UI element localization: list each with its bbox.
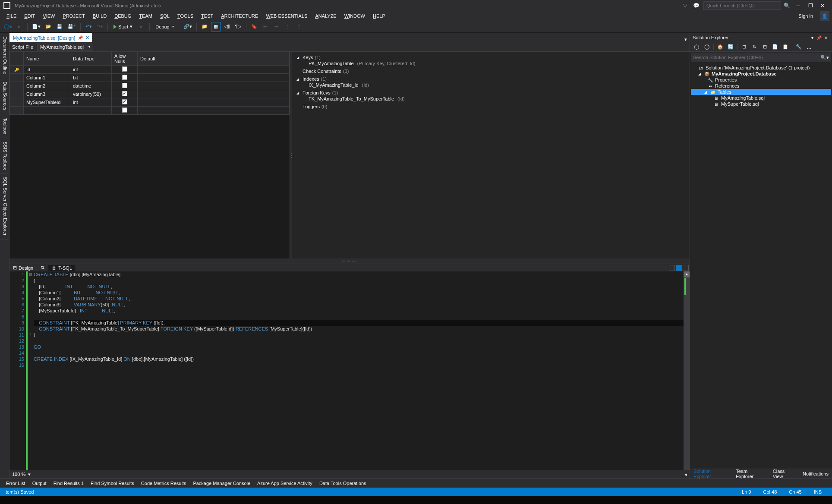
toggle-2-button[interactable]: ▦	[211, 22, 221, 32]
pk-item[interactable]: PK_MyAmazingTable(Primary Key, Clustered…	[296, 60, 685, 66]
left-tab-toolbox[interactable]: Toolbox	[0, 114, 9, 138]
zoom-level[interactable]: 100 %	[12, 472, 25, 477]
view-mode-1-button[interactable]	[669, 265, 675, 271]
table-file-1[interactable]: 🗎MyAmazingTable.sql	[691, 95, 831, 101]
solution-node[interactable]: 🗂Solution 'MyAmazingProject.Database' (1…	[691, 65, 831, 71]
scroll-top-button[interactable]: ▴	[684, 271, 690, 277]
bottom-tab-package-manager-console[interactable]: Package Manager Console	[189, 480, 254, 487]
left-tab-ssis-toolbox[interactable]: SSIS Toolbox	[0, 138, 9, 174]
menu-architecture[interactable]: ARCHITECTURE	[217, 13, 262, 19]
nav-back-button[interactable]: ◯◂	[3, 22, 13, 32]
col-type-header[interactable]: Data Type	[70, 52, 112, 66]
menu-project[interactable]: PROJECT	[59, 13, 88, 19]
cell-default[interactable]	[138, 74, 290, 82]
step-2-button[interactable]: ⇥	[272, 22, 281, 32]
code-line[interactable]	[34, 338, 690, 344]
code-line[interactable]	[34, 314, 690, 320]
se-scope-button[interactable]: ⊡	[740, 43, 748, 51]
se-showall-button[interactable]: 📄	[771, 43, 779, 51]
search-icon[interactable]: 🔍	[782, 1, 791, 10]
menu-team[interactable]: TEAM	[135, 13, 156, 19]
menu-window[interactable]: WINDOW	[340, 13, 369, 19]
table-row[interactable]: 🔑Idint	[10, 66, 290, 74]
cell-type[interactable]: int	[70, 98, 112, 107]
check-group[interactable]: Check Constraints (0)	[296, 68, 685, 74]
fkeys-group[interactable]: ◢Foreign Keys (1)	[296, 90, 685, 96]
code-line[interactable]: CREATE INDEX [IX_MyAmazingTable_Id] ON […	[34, 356, 690, 362]
restore-button[interactable]: ❐	[804, 1, 816, 10]
splitter-horizontal[interactable]	[9, 258, 690, 264]
notifications-icon[interactable]: 💬	[692, 1, 700, 10]
solution-search-input[interactable]: 🔍▾	[691, 53, 831, 62]
properties-node[interactable]: 🔧Properties	[691, 77, 831, 83]
se-collapse-button[interactable]: ⊟	[761, 43, 769, 51]
new-project-button[interactable]: 📄▾	[31, 22, 42, 32]
col-default-header[interactable]: Default	[138, 52, 290, 66]
minimize-button[interactable]: ─	[792, 1, 804, 10]
cell-type[interactable]: int	[70, 66, 112, 74]
cell-name[interactable]: Column2	[24, 82, 70, 90]
cell-type[interactable]: datetime	[70, 82, 112, 90]
view-mode-2-button[interactable]	[676, 265, 682, 271]
index-item[interactable]: IX_MyAmazingTable_Id(Id)	[296, 82, 685, 88]
menu-help[interactable]: HELP	[369, 13, 389, 19]
pin-icon[interactable]: 📌	[78, 35, 83, 40]
cell-name[interactable]: Id	[24, 66, 70, 74]
table-file-2[interactable]: 🗎MySuperTable.sql	[691, 101, 831, 107]
cell-default[interactable]	[138, 66, 290, 74]
scroll-left-button[interactable]: ◂	[684, 472, 687, 477]
menu-debug[interactable]: DEBUG	[110, 13, 135, 19]
keys-group[interactable]: ◢Keys (1)	[296, 54, 685, 60]
cell-nulls[interactable]	[112, 98, 138, 107]
indexes-group[interactable]: ◢Indexes (1)	[296, 76, 685, 82]
search-submit-icon[interactable]: 🔍▾	[820, 55, 829, 60]
panel-close-button[interactable]: ✕	[823, 35, 829, 40]
left-tab-document-outline[interactable]: Document Outline	[0, 33, 9, 78]
bottom-tab-output[interactable]: Output	[29, 480, 50, 487]
tab-design[interactable]: ⊞ Design	[9, 265, 37, 271]
code-line[interactable]: )	[34, 332, 690, 338]
code-line[interactable]: CONSTRAINT [PK_MyAmazingTable] PRIMARY K…	[34, 320, 690, 326]
tab-overflow-button[interactable]: ▾	[682, 37, 690, 42]
code-line[interactable]	[34, 350, 690, 356]
indent-left-button[interactable]: ◁¶	[222, 22, 232, 32]
cell-nulls[interactable]	[112, 90, 138, 98]
se-tab-solution-explorer[interactable]: Solution Explorer	[690, 468, 732, 480]
code-line[interactable]: CREATE TABLE [dbo].[MyAmazingTable]	[34, 271, 690, 277]
code-line[interactable]: [Id] INT NOT NULL,	[34, 284, 690, 290]
panel-position-button[interactable]: ▾	[809, 35, 816, 40]
panel-pin-button[interactable]: 📌	[816, 35, 823, 40]
code-line[interactable]: (	[34, 277, 690, 284]
sign-in-button[interactable]: Sign in	[794, 13, 817, 19]
se-tab-class-view[interactable]: Class View	[769, 468, 799, 480]
table-row[interactable]: Column1bit	[10, 74, 290, 82]
cell-default[interactable]	[138, 98, 290, 107]
tab-swap[interactable]: ⇅	[37, 265, 48, 271]
cell-default[interactable]	[138, 82, 290, 90]
menu-web essentials[interactable]: WEB ESSENTIALS	[262, 13, 311, 19]
step-1-button[interactable]: ⇤	[261, 22, 270, 32]
project-node[interactable]: ◢📦MyAmazingProject.Database	[691, 71, 831, 77]
se-sync-button[interactable]: 🔄	[727, 43, 734, 51]
bottom-tab-azure-app-service-activity[interactable]: Azure App Service Activity	[254, 480, 316, 487]
close-tab-button[interactable]: ✕	[85, 35, 89, 41]
cell-nulls[interactable]	[112, 82, 138, 90]
bottom-tab-find-symbol-results[interactable]: Find Symbol Results	[87, 480, 138, 487]
se-preview-button[interactable]: 🔧	[795, 43, 803, 51]
se-tab-team-explorer[interactable]: Team Explorer	[732, 468, 769, 480]
menu-test[interactable]: TEST	[197, 13, 217, 19]
cell-name[interactable]: Column1	[24, 74, 70, 82]
se-properties-button[interactable]: 📋	[782, 43, 789, 51]
quick-launch-input[interactable]	[703, 1, 781, 10]
browser-link-button[interactable]: 🔗▾	[182, 22, 193, 32]
avatar-icon[interactable]: 👤	[820, 11, 829, 21]
bottom-tab-error-list[interactable]: Error List	[3, 480, 29, 487]
undo-button[interactable]: ↶▾	[84, 22, 93, 32]
code-line[interactable]: GO	[34, 344, 690, 350]
menu-edit[interactable]: EDIT	[20, 13, 39, 19]
tab-tsql[interactable]: 🗎 T-SQL	[48, 265, 76, 271]
table-row[interactable]: Column2datetime	[10, 82, 290, 90]
cell-nulls[interactable]	[112, 74, 138, 82]
save-all-button[interactable]: 💾⁺	[66, 22, 77, 32]
editor-tab[interactable]: MyAmazingTable.sql [Design] 📌 ✕	[9, 33, 92, 42]
